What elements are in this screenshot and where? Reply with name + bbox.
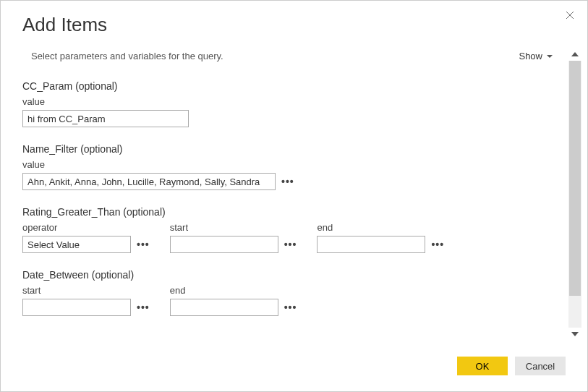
param-date-between: Date_Between (optional) start ••• end — [22, 269, 560, 316]
dialog-body: Select parameters and variables for the … — [22, 42, 567, 346]
field-label-operator: operator — [22, 222, 150, 233]
param-title: CC_Param (optional) — [22, 80, 560, 92]
dialog-footer: OK Cancel — [1, 346, 587, 391]
ellipsis-icon: ••• — [284, 239, 297, 250]
rating-end-input[interactable] — [317, 236, 425, 253]
cancel-button[interactable]: Cancel — [515, 357, 566, 375]
field-label-end: end — [170, 285, 297, 296]
param-name-filter: Name_Filter (optional) value ••• — [22, 143, 560, 190]
ellipsis-icon: ••• — [431, 239, 444, 250]
close-button[interactable] — [563, 8, 577, 22]
scrollbar-thumb[interactable] — [569, 61, 581, 296]
rating-operator-select[interactable]: Select Value — [22, 236, 131, 253]
name-filter-value-input[interactable] — [22, 173, 276, 190]
field-label-end: end — [317, 222, 444, 233]
ellipsis-icon: ••• — [281, 176, 294, 187]
param-title: Date_Between (optional) — [22, 269, 560, 281]
select-value: Select Value — [27, 239, 80, 250]
ellipsis-icon: ••• — [284, 302, 297, 313]
more-options-button[interactable]: ••• — [137, 236, 150, 253]
field-label-value: value — [22, 96, 189, 107]
dialog-header: Add Items — [1, 1, 587, 42]
cc-param-value-input[interactable] — [22, 110, 189, 127]
chevron-down-icon — [547, 55, 553, 58]
more-options-button[interactable]: ••• — [284, 236, 297, 253]
date-start-input[interactable] — [22, 299, 131, 316]
close-icon — [566, 11, 574, 20]
date-end-input[interactable] — [170, 299, 278, 316]
param-title: Rating_Greater_Than (optional) — [22, 206, 560, 218]
more-options-button[interactable]: ••• — [281, 173, 294, 190]
field-label-start: start — [170, 222, 297, 233]
param-cc-param: CC_Param (optional) value — [22, 80, 560, 127]
field-label-value: value — [22, 159, 294, 170]
scroll-down-button[interactable] — [568, 328, 581, 341]
show-dropdown[interactable]: Show — [519, 51, 560, 61]
ellipsis-icon: ••• — [137, 302, 150, 313]
ellipsis-icon: ••• — [137, 239, 150, 250]
instructions-text: Select parameters and variables for the … — [22, 51, 223, 61]
add-items-dialog: Add Items Select parameters and variable… — [0, 0, 588, 392]
scrollbar-track[interactable] — [568, 61, 581, 328]
chevron-up-icon — [571, 52, 579, 56]
field-label-start: start — [22, 285, 150, 296]
param-title: Name_Filter (optional) — [22, 143, 560, 155]
vertical-scrollbar[interactable] — [568, 48, 581, 341]
param-rating-greater-than: Rating_Greater_Than (optional) operator … — [22, 206, 560, 253]
more-options-button[interactable]: ••• — [137, 299, 150, 316]
more-options-button[interactable]: ••• — [431, 236, 444, 253]
chevron-down-icon — [571, 332, 579, 336]
show-label: Show — [519, 51, 542, 61]
more-options-button[interactable]: ••• — [284, 299, 297, 316]
scroll-up-button[interactable] — [568, 48, 581, 61]
rating-start-input[interactable] — [170, 236, 278, 253]
ok-button[interactable]: OK — [457, 357, 508, 375]
dialog-title: Add Items — [22, 14, 566, 36]
